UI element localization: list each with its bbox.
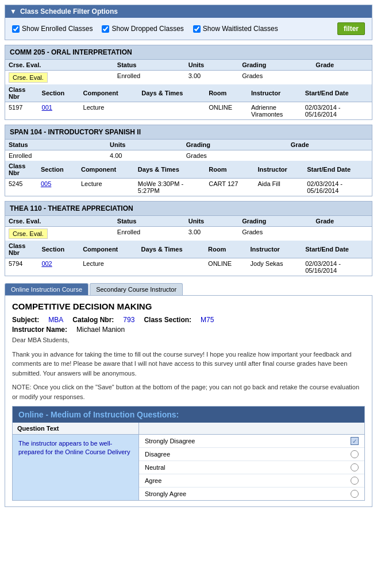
tabs-row: Online Instruction Course Secondary Cour… <box>5 283 372 295</box>
triangle-icon: ▼ <box>10 7 17 16</box>
tab-secondary-instructor[interactable]: Secondary Course Instructor <box>90 283 183 295</box>
course-schedule-table-span104: ClassNbr Section Component Days & Times … <box>5 161 372 196</box>
days-times-col: Days & Times <box>138 84 205 102</box>
component-col-thea110: Component <box>79 241 137 258</box>
tab-online-instruction[interactable]: Online Instruction Course <box>5 283 89 295</box>
days-times-cell-thea110 <box>138 258 205 276</box>
show-enrolled-checkbox[interactable] <box>12 25 20 33</box>
show-dropped-text: Show Dropped Classes <box>111 25 183 33</box>
section-link-thea110[interactable]: 002 <box>41 260 52 267</box>
instructor-cell-thea110: Jody Sekas <box>247 258 302 276</box>
subject-value: MBA <box>48 316 63 324</box>
grade-col-span104: Grade <box>287 140 372 150</box>
instructor-col-thea110: Instructor <box>247 241 302 258</box>
section-cell: 001 <box>39 102 80 120</box>
room-col-thea110: Room <box>205 241 247 258</box>
option-checkbox-strongly-disagree[interactable]: ✓ <box>351 437 359 445</box>
eval-body-main: Thank you in advance for taking the time… <box>12 350 365 378</box>
days-times-cell-span104: MoWe 3:30PM -5:27PM <box>134 179 205 196</box>
course-schedule-table-comm205: ClassNbr Section Component Days & Times … <box>5 84 372 119</box>
questions-content: The instructor appears to be well-prepar… <box>13 435 364 500</box>
class-nbr-cell: 5197 <box>5 102 39 120</box>
course-title-span104: SPAN 104 - INTRODUCTORY SPANISH II <box>10 128 141 136</box>
status-col: Status <box>114 60 185 71</box>
course-block-thea110: THEA 110 - THEATRE APPRECIATION Crse. Ev… <box>5 201 372 276</box>
grade-cell-span104 <box>287 150 372 161</box>
option-row-strongly-disagree: Strongly Disagree ✓ <box>139 435 364 448</box>
crse-eval-button-thea110[interactable]: Crse. Eval. <box>9 229 48 239</box>
section-header-row-thea110: ClassNbr Section Component Days & Times … <box>5 241 372 258</box>
questions-panel: Online - Medium of Instruction Questions… <box>12 406 365 501</box>
option-radio-neutral[interactable] <box>351 463 359 471</box>
course-header-thea110: THEA 110 - THEATRE APPRECIATION <box>5 202 372 216</box>
grading-col: Grading <box>238 60 312 71</box>
start-end-date-col-span104: Start/End Date <box>303 161 372 179</box>
status-cell-thea110: Enrolled <box>114 227 185 241</box>
start-end-date-col: Start/End Date <box>302 84 372 102</box>
option-label-disagree: Disagree <box>145 451 170 458</box>
question-text-col-header: Question Text <box>13 423 139 434</box>
questions-col-headers: Question Text <box>13 423 364 435</box>
start-end-date-cell-thea110: 02/03/2014 -05/16/2014 <box>302 258 372 276</box>
units-cell-comm205: 3.00 <box>185 71 238 85</box>
start-end-date-cell: 02/03/2014 -05/16/2014 <box>302 102 372 120</box>
room-col: Room <box>205 84 248 102</box>
filter-panel-title: Class Schedule Filter Options <box>20 7 118 16</box>
eval-meta-instructor-row: Instructor Name: Michael Manion <box>12 326 365 334</box>
option-radio-disagree[interactable] <box>351 450 359 458</box>
questions-title: Online - Medium of Instruction Questions… <box>18 410 179 419</box>
table-row: 5794 002 Lecture ONLINE Jody Sekas 02/03… <box>5 258 372 276</box>
crse-eval-button-comm205[interactable]: Crse. Eval. <box>9 72 48 83</box>
section-link-comm205[interactable]: 001 <box>42 104 52 111</box>
section-col-thea110: Section <box>38 241 79 258</box>
course-title-comm205: COMM 205 - ORAL INTERPRETATION <box>10 48 132 56</box>
show-dropped-checkbox[interactable] <box>102 25 109 33</box>
crse-eval-cell: Crse. Eval. <box>5 71 114 85</box>
option-row-neutral: Neutral <box>139 461 364 474</box>
days-times-col-span104: Days & Times <box>134 161 205 179</box>
show-waitlisted-label[interactable]: Show Waitlisted Classes <box>193 25 278 33</box>
filter-panel: ▼ Class Schedule Filter Options Show Enr… <box>5 5 372 40</box>
room-cell-thea110: ONLINE <box>205 258 247 276</box>
course-info-data-row-thea110: Crse. Eval. Enrolled 3.00 Grades <box>5 227 372 241</box>
class-nbr-col: ClassNbr <box>5 84 39 102</box>
option-radio-agree[interactable] <box>351 477 359 485</box>
class-nbr-cell-thea110: 5794 <box>5 258 38 276</box>
course-info-data-row-span104: Enrolled 4.00 Grades <box>5 150 372 161</box>
subject-label: Subject: <box>12 316 39 324</box>
units-cell-thea110: 3.00 <box>185 227 238 241</box>
component-col: Component <box>80 84 139 102</box>
option-radio-strongly-agree[interactable] <box>351 490 359 498</box>
show-dropped-label[interactable]: Show Dropped Classes <box>102 25 183 33</box>
component-cell: Lecture <box>80 102 139 120</box>
course-info-table-span104: Status Units Grading Grade Enrolled 4.00… <box>5 140 372 161</box>
option-row-disagree: Disagree <box>139 448 364 461</box>
days-times-col-thea110: Days & Times <box>138 241 205 258</box>
units-cell-span104: 4.00 <box>106 150 183 161</box>
course-schedule-table-thea110: ClassNbr Section Component Days & Times … <box>5 241 372 276</box>
filter-button[interactable]: filter <box>337 22 365 35</box>
status-cell-span104: Enrolled <box>5 150 106 161</box>
option-row-strongly-agree: Strongly Agree <box>139 488 364 500</box>
eval-body-greeting: Dear MBA Students, <box>12 335 365 345</box>
section-header-row-span104: ClassNbr Section Component Days & Times … <box>5 161 372 179</box>
course-block-span104: SPAN 104 - INTRODUCTORY SPANISH II Statu… <box>5 125 372 196</box>
grading-col-thea110: Grading <box>238 216 312 227</box>
section-cell-thea110: 002 <box>38 258 79 276</box>
instructor-col: Instructor <box>248 84 302 102</box>
course-header-span104: SPAN 104 - INTRODUCTORY SPANISH II <box>5 125 372 140</box>
start-end-date-cell-span104: 02/03/2014 -05/16/2014 <box>303 179 372 196</box>
course-info-table-thea110: Crse. Eval. Status Units Grading Grade C… <box>5 216 372 241</box>
table-row: 5197 001 Lecture ONLINE AdrienneViramont… <box>5 102 372 120</box>
class-nbr-col-span104: ClassNbr <box>5 161 37 179</box>
room-col-span104: Room <box>205 161 254 179</box>
crse-eval-cell-thea110: Crse. Eval. <box>5 227 114 241</box>
component-col-span104: Component <box>78 161 134 179</box>
section-cell-span104: 005 <box>37 179 78 196</box>
show-enrolled-label[interactable]: Show Enrolled Classes <box>12 25 93 33</box>
show-waitlisted-checkbox[interactable] <box>193 25 201 33</box>
course-info-data-row: Crse. Eval. Enrolled 3.00 Grades <box>5 71 372 85</box>
option-label-neutral: Neutral <box>145 464 165 471</box>
section-link-span104[interactable]: 005 <box>41 180 51 187</box>
units-col-thea110: Units <box>185 216 238 227</box>
